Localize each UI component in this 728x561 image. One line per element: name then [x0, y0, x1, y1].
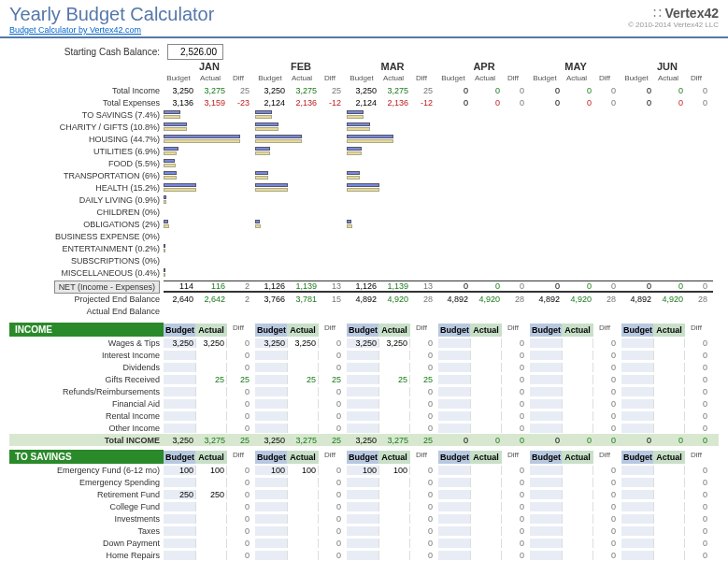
actual-cell[interactable]: [653, 502, 685, 511]
budget-cell[interactable]: [347, 551, 378, 560]
actual-cell[interactable]: 3,250: [378, 338, 410, 348]
budget-cell[interactable]: [255, 490, 287, 499]
budget-cell[interactable]: [347, 514, 378, 524]
budget-cell[interactable]: [255, 399, 287, 409]
budget-cell[interactable]: [164, 551, 195, 560]
actual-cell[interactable]: [562, 424, 593, 433]
budget-cell[interactable]: [347, 539, 378, 548]
actual-cell[interactable]: [562, 411, 593, 421]
actual-cell[interactable]: [470, 539, 502, 548]
actual-cell[interactable]: [378, 399, 410, 409]
budget-cell[interactable]: [164, 387, 195, 396]
actual-cell[interactable]: 25: [378, 375, 410, 384]
actual-cell[interactable]: [195, 411, 227, 421]
actual-cell[interactable]: [653, 387, 685, 396]
actual-cell[interactable]: [653, 424, 685, 433]
budget-cell[interactable]: [530, 387, 562, 396]
actual-cell[interactable]: [470, 399, 502, 409]
actual-cell[interactable]: [287, 502, 319, 511]
budget-cell[interactable]: 3,250: [255, 338, 287, 348]
budget-cell[interactable]: [255, 514, 287, 524]
budget-cell[interactable]: [530, 551, 562, 560]
actual-cell[interactable]: [287, 424, 319, 433]
actual-cell[interactable]: [195, 478, 227, 487]
actual-cell[interactable]: [378, 502, 410, 511]
budget-cell[interactable]: [255, 526, 287, 536]
budget-cell[interactable]: [530, 490, 562, 499]
budget-cell[interactable]: [621, 466, 653, 475]
actual-cell[interactable]: [562, 363, 593, 372]
budget-cell[interactable]: [164, 424, 195, 433]
actual-cell[interactable]: [653, 551, 685, 560]
budget-cell[interactable]: [530, 363, 562, 372]
actual-cell[interactable]: [562, 539, 593, 548]
budget-cell[interactable]: [255, 351, 287, 360]
budget-cell[interactable]: [621, 526, 653, 536]
actual-cell[interactable]: [378, 514, 410, 524]
budget-cell[interactable]: [164, 375, 195, 384]
budget-cell[interactable]: [164, 399, 195, 409]
budget-cell[interactable]: [530, 466, 562, 475]
actual-cell[interactable]: [562, 338, 593, 348]
budget-cell[interactable]: [438, 514, 470, 524]
budget-cell[interactable]: 100: [255, 466, 287, 475]
budget-cell[interactable]: [438, 539, 470, 548]
budget-cell[interactable]: [438, 502, 470, 511]
actual-cell[interactable]: [653, 363, 685, 372]
budget-cell[interactable]: [255, 411, 287, 421]
budget-cell[interactable]: [621, 399, 653, 409]
budget-cell[interactable]: [255, 363, 287, 372]
actual-cell[interactable]: [653, 539, 685, 548]
budget-cell[interactable]: [164, 539, 195, 548]
budget-cell[interactable]: [255, 375, 287, 384]
actual-cell[interactable]: [653, 338, 685, 348]
actual-cell[interactable]: [470, 338, 502, 348]
actual-cell[interactable]: [287, 514, 319, 524]
actual-cell[interactable]: 25: [195, 375, 227, 384]
actual-cell[interactable]: [378, 490, 410, 499]
budget-cell[interactable]: [530, 411, 562, 421]
budget-cell[interactable]: [164, 478, 195, 487]
budget-cell[interactable]: [255, 551, 287, 560]
actual-cell[interactable]: [195, 539, 227, 548]
budget-cell[interactable]: [347, 478, 378, 487]
actual-cell[interactable]: [562, 526, 593, 536]
template-link[interactable]: Budget Calculator by Vertex42.com: [9, 25, 141, 35]
budget-cell[interactable]: [438, 375, 470, 384]
actual-cell[interactable]: [562, 375, 593, 384]
budget-cell[interactable]: [530, 424, 562, 433]
actual-cell[interactable]: [562, 466, 593, 475]
actual-cell[interactable]: [470, 375, 502, 384]
actual-cell[interactable]: 100: [195, 466, 227, 475]
actual-cell[interactable]: [378, 526, 410, 536]
budget-cell[interactable]: [347, 411, 378, 421]
budget-cell[interactable]: [164, 502, 195, 511]
actual-cell[interactable]: [287, 490, 319, 499]
budget-cell[interactable]: [255, 424, 287, 433]
budget-cell[interactable]: [438, 338, 470, 348]
budget-cell[interactable]: [621, 490, 653, 499]
actual-cell[interactable]: [653, 490, 685, 499]
budget-cell[interactable]: [530, 338, 562, 348]
budget-cell[interactable]: [530, 375, 562, 384]
budget-cell[interactable]: [255, 387, 287, 396]
actual-cell[interactable]: [287, 387, 319, 396]
budget-cell[interactable]: [530, 526, 562, 536]
budget-cell[interactable]: [164, 526, 195, 536]
actual-cell[interactable]: [562, 514, 593, 524]
actual-cell[interactable]: [562, 502, 593, 511]
actual-cell[interactable]: [653, 514, 685, 524]
budget-cell[interactable]: [530, 502, 562, 511]
cash-input[interactable]: 2,526.00: [167, 44, 223, 60]
budget-cell[interactable]: [530, 514, 562, 524]
actual-cell[interactable]: [287, 526, 319, 536]
actual-cell[interactable]: [195, 363, 227, 372]
actual-cell[interactable]: [470, 478, 502, 487]
budget-cell[interactable]: [347, 351, 378, 360]
actual-cell[interactable]: [287, 539, 319, 548]
actual-cell[interactable]: [470, 526, 502, 536]
budget-cell[interactable]: [347, 375, 378, 384]
actual-cell[interactable]: [653, 478, 685, 487]
budget-cell[interactable]: [438, 351, 470, 360]
budget-cell[interactable]: [621, 338, 653, 348]
